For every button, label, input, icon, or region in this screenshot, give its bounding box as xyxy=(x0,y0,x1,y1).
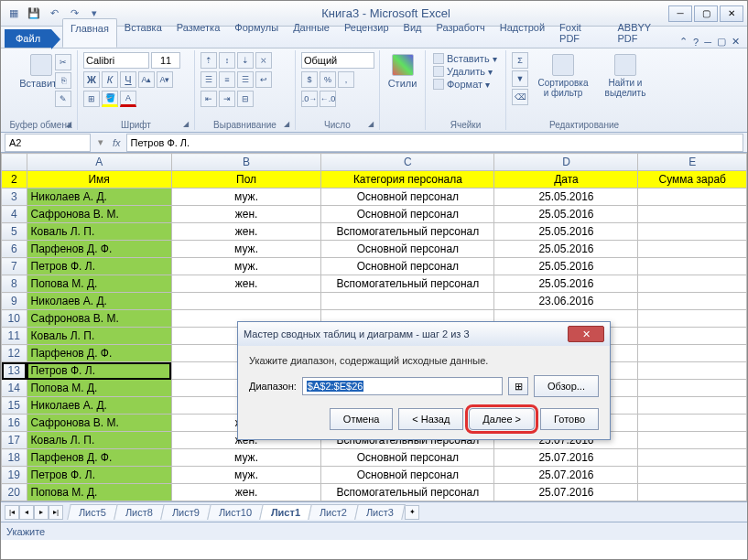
cell[interactable]: жен. xyxy=(171,484,321,501)
cell[interactable] xyxy=(638,449,747,467)
cell[interactable]: муж. xyxy=(171,467,321,484)
cell[interactable]: Основной персонал xyxy=(321,449,494,467)
sheet-tab[interactable]: Лист8 xyxy=(114,504,165,520)
format-cells-button[interactable]: Формат ▾ xyxy=(431,78,500,91)
fill-color-icon[interactable]: 🪣 xyxy=(102,91,118,107)
bold-button[interactable]: Ж xyxy=(83,71,100,88)
cell[interactable]: 25.05.2016 xyxy=(494,206,638,223)
mdi-restore-icon[interactable]: ▢ xyxy=(717,36,726,48)
copy-icon[interactable]: ⎘ xyxy=(55,72,71,89)
cell[interactable]: жен. xyxy=(171,223,321,241)
finish-button[interactable]: Готово xyxy=(540,408,599,430)
align-center-icon[interactable]: ≡ xyxy=(219,71,235,88)
row-header[interactable]: 10 xyxy=(2,310,27,328)
grow-font-icon[interactable]: A▴ xyxy=(138,71,155,88)
cell[interactable] xyxy=(638,328,747,345)
cell[interactable] xyxy=(638,258,747,275)
column-header[interactable]: B xyxy=(171,154,321,171)
cell[interactable] xyxy=(321,293,494,310)
cell[interactable] xyxy=(638,467,747,484)
ribbon-tab[interactable]: Разработч xyxy=(428,18,492,48)
cell[interactable]: 23.06.2016 xyxy=(494,293,638,310)
cell[interactable] xyxy=(638,484,747,501)
font-name-select[interactable]: Calibri xyxy=(83,52,149,69)
cell[interactable]: Попова М. Д. xyxy=(27,275,171,293)
sheet-nav-next-icon[interactable]: ▸ xyxy=(34,505,49,520)
ribbon-tab[interactable]: Разметка xyxy=(169,18,228,48)
column-header[interactable]: E xyxy=(638,154,747,171)
row-header[interactable]: 9 xyxy=(2,293,27,310)
row-header[interactable]: 19 xyxy=(2,467,27,484)
cell[interactable]: 25.05.2016 xyxy=(494,275,638,293)
cell[interactable]: муж. xyxy=(171,241,321,258)
column-header[interactable]: A xyxy=(27,154,171,171)
format-painter-icon[interactable]: ✎ xyxy=(55,91,71,107)
row-header[interactable]: 5 xyxy=(2,223,27,241)
cut-icon[interactable]: ✂ xyxy=(55,54,71,70)
next-button[interactable]: Далее > xyxy=(469,408,535,430)
cell[interactable]: Основной персонал xyxy=(321,206,494,223)
browse-button[interactable]: Обзор... xyxy=(534,375,599,397)
align-middle-icon[interactable]: ↕ xyxy=(219,52,235,69)
cell[interactable]: жен. xyxy=(171,275,321,293)
comma-icon[interactable]: , xyxy=(338,71,354,88)
sheet-tab[interactable]: Лист1 xyxy=(259,504,312,520)
cell[interactable] xyxy=(638,345,747,362)
cell[interactable] xyxy=(638,275,747,293)
cell[interactable]: Коваль Л. П. xyxy=(27,432,171,449)
dialog-title-bar[interactable]: Мастер сводных таблиц и диаграмм - шаг 2… xyxy=(238,322,610,346)
sheet-tab[interactable]: Лист9 xyxy=(160,504,211,520)
cell[interactable]: Петров Ф. Л. xyxy=(27,467,171,484)
cell[interactable]: Основной персонал xyxy=(321,467,494,484)
number-launcher-icon[interactable]: ◢ xyxy=(368,120,377,129)
wrap-text-icon[interactable]: ↩ xyxy=(255,71,272,88)
cell[interactable]: Николаев А. Д. xyxy=(27,397,171,415)
cell[interactable]: 25.05.2016 xyxy=(494,223,638,241)
cell[interactable] xyxy=(638,293,747,310)
font-size-select[interactable]: 11 xyxy=(151,52,180,69)
cell[interactable]: Коваль Л. П. xyxy=(27,223,171,241)
cell[interactable] xyxy=(638,310,747,328)
cell[interactable]: Парфенов Д. Ф. xyxy=(27,449,171,467)
cell[interactable]: Сафронова В. М. xyxy=(27,415,171,432)
minimize-ribbon-icon[interactable]: ⌃ xyxy=(679,36,688,48)
cell[interactable] xyxy=(638,362,747,380)
row-header[interactable]: 20 xyxy=(2,484,27,501)
row-header[interactable]: 13 xyxy=(2,362,27,380)
cell[interactable]: Николаев А. Д. xyxy=(27,188,171,206)
close-button[interactable]: ✕ xyxy=(720,5,743,22)
cell[interactable]: 25.07.2016 xyxy=(494,484,638,501)
row-header[interactable]: 17 xyxy=(2,432,27,449)
cell[interactable] xyxy=(171,293,321,310)
borders-icon[interactable]: ⊞ xyxy=(83,91,100,107)
orientation-icon[interactable]: ⤬ xyxy=(255,52,272,69)
align-left-icon[interactable]: ☰ xyxy=(201,71,217,88)
excel-icon[interactable]: ▦ xyxy=(5,5,23,23)
row-header[interactable]: 16 xyxy=(2,415,27,432)
fx-button[interactable]: fx xyxy=(107,137,126,148)
cell[interactable]: Сафронова В. М. xyxy=(27,206,171,223)
cell[interactable]: муж. xyxy=(171,449,321,467)
find-select-button[interactable]: Найти и выделить xyxy=(598,52,653,100)
header-cell[interactable]: Категория персонала xyxy=(321,171,494,188)
cell[interactable]: Основной персонал xyxy=(321,241,494,258)
row-header[interactable]: 2 xyxy=(2,171,27,188)
sheet-tab[interactable]: Лист3 xyxy=(355,504,407,520)
align-top-icon[interactable]: ⇡ xyxy=(201,52,217,69)
row-header[interactable]: 8 xyxy=(2,275,27,293)
cell[interactable]: Парфенов Д. Ф. xyxy=(27,345,171,362)
number-format-select[interactable]: Общий xyxy=(301,52,374,69)
cell[interactable]: 25.05.2016 xyxy=(494,241,638,258)
cell[interactable]: Вспомогательный персонал xyxy=(321,223,494,241)
range-picker-icon[interactable]: ⊞ xyxy=(508,377,528,395)
sort-filter-button[interactable]: Сортировка и фильтр xyxy=(536,52,591,100)
row-header[interactable]: 7 xyxy=(2,258,27,275)
autosum-icon[interactable]: Σ xyxy=(512,52,528,69)
cell[interactable]: Попова М. Д. xyxy=(27,380,171,397)
save-icon[interactable]: 💾 xyxy=(25,5,43,23)
cell[interactable]: Основной персонал xyxy=(321,188,494,206)
cell[interactable]: Попова М. Д. xyxy=(27,484,171,501)
delete-cells-button[interactable]: Удалить ▾ xyxy=(431,65,500,78)
fill-icon[interactable]: ▼ xyxy=(512,70,528,87)
mdi-minimize-icon[interactable]: ─ xyxy=(704,37,711,48)
